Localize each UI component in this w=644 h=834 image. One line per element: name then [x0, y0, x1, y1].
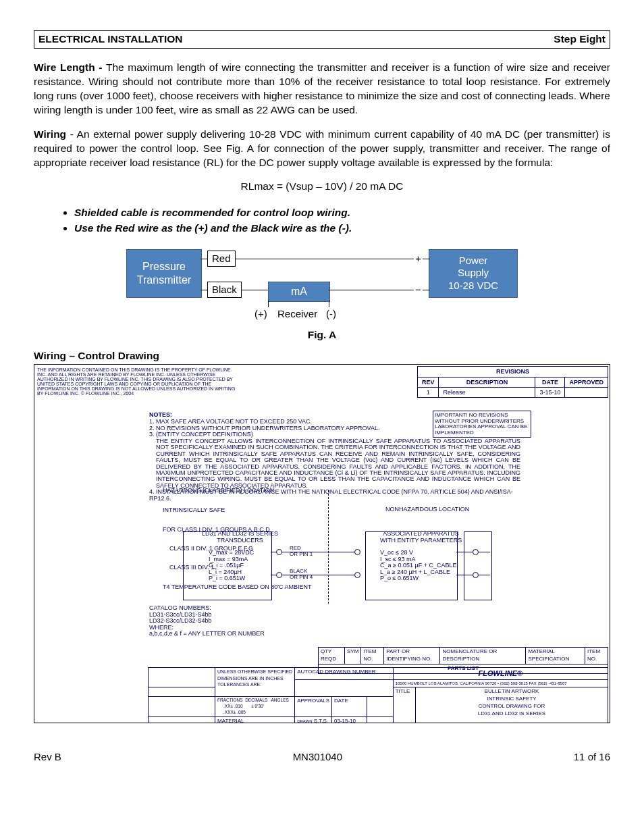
- bullet-shielded: Shielded cable is recommended for contro…: [74, 206, 610, 220]
- title-block: UNLESS OTHERWISE SPECIFIED DIMENSIONS AR…: [148, 667, 608, 723]
- transducer-params: V_max = 28VDC I_max = 93mA C_i = .051µF …: [209, 550, 254, 581]
- subheading-control-drawing: Wiring – Control Drawing: [34, 349, 610, 363]
- receiver-plus: (+): [253, 307, 269, 321]
- section-header: ELECTRICAL INSTALLATION Step Eight: [34, 30, 610, 49]
- hazard-divider: [328, 490, 329, 604]
- section-step: Step Eight: [554, 32, 606, 47]
- proprietary-note: THE INFORMATION CONTAINED ON THIS DRAWIN…: [37, 367, 240, 396]
- formula-rlmax: RLmax = (Vsup – 10V) / 20 mA DC: [34, 180, 610, 194]
- section-title: ELECTRICAL INSTALLATION: [38, 32, 183, 47]
- nonhazardous-label: NONHAZARDOUS LOCATION: [385, 506, 469, 513]
- power-supply-box: Power Supply 10-28 VDC: [429, 249, 518, 298]
- pressure-transmitter-box: Pressure Transmitter: [126, 249, 202, 298]
- wiring-diagram: Pressure Transmitter mA Power Supply 10-…: [126, 242, 518, 327]
- receiver-minus: (-): [325, 307, 338, 321]
- ma-box: mA: [268, 282, 330, 302]
- para-wiring: Wiring - An external power supply delive…: [34, 128, 610, 170]
- footer-docnum: MN301040: [293, 750, 342, 764]
- para-wire-length: Wire Length - The maximum length of wire…: [34, 61, 610, 118]
- label-black: Black: [207, 282, 242, 298]
- barrier-box: [464, 531, 492, 600]
- associated-params: V_oc ≤ 28 V I_sc ≤ 93 mA C_a ≥ 0.051 µF …: [380, 550, 456, 581]
- footer-rev: Rev B: [34, 750, 61, 764]
- footer-page: 11 of 16: [574, 750, 610, 764]
- bullet-red-black: Use the Red wire as the (+) and the Blac…: [74, 221, 610, 236]
- recommendation-list: Shielded cable is recommended for contro…: [61, 206, 610, 236]
- figure-caption: Fig. A: [34, 328, 610, 342]
- lead-wiring: Wiring: [34, 128, 66, 140]
- control-drawing: THE INFORMATION CONTAINED ON THIS DRAWIN…: [34, 364, 610, 723]
- plus-sign: +: [414, 252, 423, 265]
- transducer-header: LD31 AND LD32 IS SERIES TRANSDUCERS: [202, 531, 278, 544]
- lead-wire-length: Wire Length -: [34, 61, 106, 73]
- catalog-block: CATALOG NUMBERS: LD31-S3cc/LD31-S4bb LD3…: [149, 605, 265, 637]
- label-red: Red: [207, 251, 236, 267]
- minus-sign: −: [414, 283, 423, 296]
- page-footer: Rev B MN301040 11 of 16: [34, 750, 610, 764]
- receiver-label: Receiver: [276, 307, 319, 321]
- associated-header: ASSOCIATED APPARATUS WITH ENTITY PARAMET…: [380, 531, 462, 544]
- revisions-table: REVISIONS REV DESCRIPTION DATE APPROVED …: [417, 366, 608, 397]
- hazardous-header: HAZARDOUS (CLASSIFIED) LOCATION: [163, 488, 274, 494]
